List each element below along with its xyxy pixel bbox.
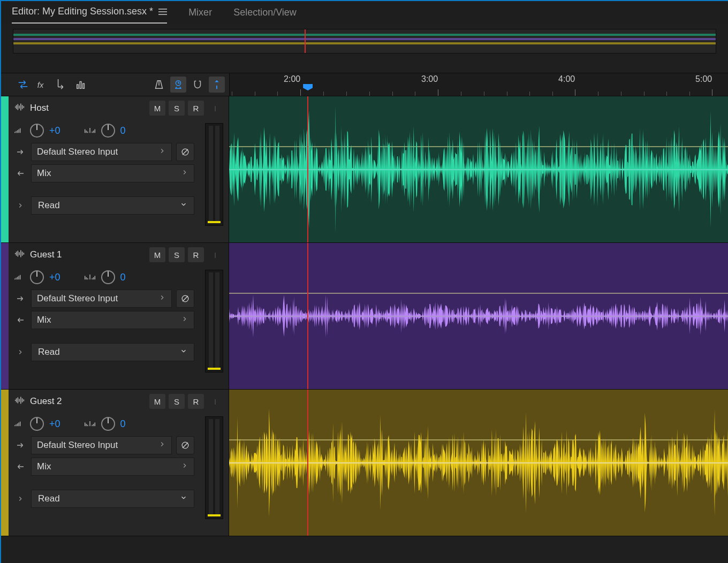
volume-icon — [14, 273, 25, 281]
track-host: HostMSRI+00Default Stereo InputMixRead — [1, 96, 728, 243]
input-select[interactable]: Default Stereo Input — [31, 436, 172, 454]
pan-knob[interactable] — [101, 417, 115, 431]
clip-lane[interactable] — [229, 243, 728, 389]
playhead-line[interactable] — [307, 96, 308, 242]
chevron-right-icon — [158, 293, 166, 304]
svg-text:fx: fx — [37, 81, 44, 89]
track-color-indicator — [1, 243, 9, 389]
phase-invert-button[interactable] — [176, 290, 194, 308]
waveform-icon — [14, 103, 26, 113]
input-monitor-button[interactable]: I — [207, 247, 223, 262]
time-ruler[interactable]: 2:003:004:005:00 — [229, 73, 728, 96]
tab-mixer[interactable]: Mixer — [188, 4, 212, 24]
tracks-area: HostMSRI+00Default Stereo InputMixReadGu… — [1, 96, 728, 536]
output-arrow-icon — [14, 315, 27, 325]
output-select[interactable]: Mix — [31, 311, 194, 329]
audio-clip[interactable] — [229, 390, 728, 536]
record-arm-button[interactable]: R — [188, 101, 204, 116]
volume-value[interactable]: +0 — [49, 419, 60, 430]
svg-rect-1 — [77, 85, 79, 88]
input-select[interactable]: Default Stereo Input — [31, 290, 172, 308]
clip-zero-line — [229, 169, 728, 170]
clip-lane[interactable] — [229, 96, 728, 242]
playhead-handle[interactable] — [303, 84, 313, 90]
panel-menu-icon[interactable] — [158, 9, 167, 15]
pan-knob[interactable] — [101, 270, 115, 284]
clip-zero-line — [229, 316, 728, 317]
mute-button[interactable]: M — [149, 394, 165, 409]
pan-value[interactable]: 0 — [120, 272, 126, 283]
chevron-right-icon — [158, 440, 166, 451]
tab-editor-prefix: Editor: — [12, 6, 42, 17]
output-select[interactable]: Mix — [31, 458, 194, 476]
chevron-right-icon — [158, 147, 166, 157]
waveform-icon — [14, 396, 26, 407]
panel-tabs: Editor: My Editing Session.sesx * Mixer … — [1, 1, 728, 24]
record-arm-button[interactable]: R — [188, 394, 204, 409]
sends-icon[interactable] — [54, 77, 70, 93]
chevron-down-icon — [180, 493, 187, 504]
level-meter — [205, 416, 223, 519]
volume-icon — [14, 127, 25, 134]
playhead-line[interactable] — [307, 243, 308, 389]
playhead-return-icon[interactable] — [209, 77, 225, 93]
track-name[interactable]: Host — [30, 103, 145, 113]
metronome-icon[interactable] — [151, 77, 167, 93]
track-header-panel: Guest 2MSRI+00Default Stereo InputMixRea… — [9, 390, 229, 536]
track-name[interactable]: Guest 1 — [30, 249, 145, 260]
mute-button[interactable]: M — [149, 101, 165, 116]
phase-invert-button[interactable] — [176, 143, 194, 161]
expand-icon[interactable] — [14, 202, 27, 209]
tab-editor[interactable]: Editor: My Editing Session.sesx * — [12, 3, 167, 24]
output-arrow-icon — [14, 169, 27, 178]
overview-playhead[interactable] — [305, 29, 306, 53]
solo-button[interactable]: S — [169, 101, 185, 116]
expand-icon[interactable] — [14, 348, 27, 356]
solo-button[interactable]: S — [169, 394, 185, 409]
pan-icon — [84, 127, 96, 134]
volume-knob[interactable] — [30, 417, 44, 431]
eq-icon[interactable] — [73, 77, 89, 93]
input-monitor-button[interactable]: I — [207, 101, 223, 116]
automation-mode-select[interactable]: Read — [31, 196, 194, 215]
clip-lane[interactable] — [229, 390, 728, 536]
expand-icon[interactable] — [14, 495, 27, 503]
fx-icon[interactable]: fx — [34, 77, 50, 93]
volume-icon — [14, 420, 25, 428]
level-meter — [205, 123, 223, 226]
pan-icon — [84, 273, 96, 281]
mute-button[interactable]: M — [149, 247, 165, 262]
tab-selection-view[interactable]: Selection/View — [233, 4, 297, 24]
input-arrow-icon — [14, 440, 27, 450]
track-guest-2: Guest 2MSRI+00Default Stereo InputMixRea… — [1, 390, 728, 536]
level-meter — [205, 270, 223, 372]
volume-knob[interactable] — [30, 270, 44, 284]
volume-value[interactable]: +0 — [49, 272, 60, 283]
audio-clip[interactable] — [229, 243, 728, 389]
volume-knob[interactable] — [30, 124, 44, 138]
record-arm-button[interactable]: R — [188, 247, 204, 262]
volume-value[interactable]: +0 — [49, 125, 60, 136]
output-select[interactable]: Mix — [31, 164, 194, 182]
input-select[interactable]: Default Stereo Input — [31, 143, 172, 161]
pan-knob[interactable] — [101, 124, 115, 138]
track-header-panel: Guest 1MSRI+00Default Stereo InputMixRea… — [9, 243, 229, 389]
snap-icon[interactable] — [189, 77, 206, 93]
audio-clip[interactable] — [229, 96, 728, 242]
automation-mode-select[interactable]: Read — [31, 343, 194, 361]
phase-invert-button[interactable] — [176, 436, 194, 454]
track-color-indicator — [1, 390, 9, 536]
track-header-panel: HostMSRI+00Default Stereo InputMixRead — [9, 96, 229, 242]
session-overview[interactable] — [13, 29, 716, 54]
pan-value[interactable]: 0 — [120, 125, 126, 136]
playhead-line[interactable] — [307, 390, 308, 536]
inputs-outputs-icon[interactable] — [15, 77, 31, 93]
clock-zoom-icon[interactable] — [170, 77, 186, 93]
pan-value[interactable]: 0 — [120, 419, 126, 430]
track-panel-toolbar: fx — [1, 73, 229, 96]
automation-mode-select[interactable]: Read — [31, 490, 194, 508]
pan-icon — [84, 420, 96, 428]
track-name[interactable]: Guest 2 — [30, 396, 145, 407]
solo-button[interactable]: S — [169, 247, 185, 262]
input-monitor-button[interactable]: I — [207, 394, 223, 409]
